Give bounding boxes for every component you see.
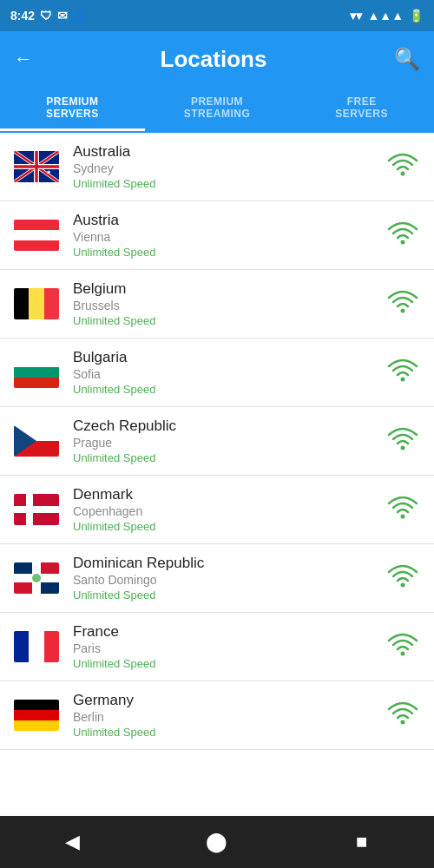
speed-label: Unlimited Speed [73,657,385,670]
city-name: Paris [73,641,385,655]
location-info-bulgaria: Bulgaria Sofia Unlimited Speed [73,349,385,396]
location-info-australia: Australia Sydney Unlimited Speed [73,143,385,190]
svg-point-42 [401,652,405,656]
svg-rect-17 [44,288,59,319]
signal-strength-icon [385,632,420,661]
svg-point-10 [401,172,405,176]
page-title: Locations [161,46,267,73]
svg-rect-44 [14,710,59,720]
svg-rect-43 [14,700,59,710]
list-item[interactable]: Germany Berlin Unlimited Speed [0,681,434,750]
location-info-austria: Austria Vienna Unlimited Speed [73,212,385,259]
svg-point-18 [401,309,405,313]
list-item[interactable]: Denmark Copenhagen Unlimited Speed [0,476,434,544]
country-name: Bulgaria [73,349,385,366]
tab-premium-servers[interactable]: PREMIUMSERVERS [0,87,145,131]
svg-point-38 [401,583,405,588]
speed-label: Unlimited Speed [73,726,385,739]
svg-rect-19 [14,357,59,367]
flag-czech-republic [14,425,59,457]
tab-free-servers[interactable]: FREESERVERS [289,87,434,131]
city-name: Sydney [73,161,385,175]
svg-rect-39 [14,631,29,662]
location-info-belgium: Belgium Brussels Unlimited Speed [73,280,385,327]
city-name: Vienna [73,230,385,244]
bottom-navigation: ◀ ⬤ ■ [0,816,434,868]
svg-point-26 [401,446,405,450]
city-name: Santo Domingo [73,573,385,587]
speed-label: Unlimited Speed [73,589,385,602]
flag-australia [14,151,59,182]
home-nav-button[interactable]: ⬤ [191,816,243,868]
country-name: Belgium [73,280,385,298]
svg-rect-21 [14,378,59,388]
speed-label: Unlimited Speed [73,383,385,396]
signal-strength-icon [385,563,420,593]
svg-rect-12 [14,230,59,240]
location-info-germany: Germany Berlin Unlimited Speed [73,692,385,739]
status-bar: 8:42 🛡 ✉ 👤 ▾▾ ▲▲▲ 🔋 [0,0,434,31]
signal-icon: ▲▲▲ [367,9,404,23]
svg-rect-41 [44,631,59,662]
signal-strength-icon [385,358,420,387]
flag-bulgaria [14,357,59,388]
list-item[interactable]: Czech Republic Prague Unlimited Speed [0,407,434,476]
back-button[interactable]: ← [14,48,33,70]
svg-point-14 [401,240,405,245]
list-item[interactable]: France Paris Unlimited Speed [0,613,434,681]
city-name: Sofia [73,367,385,381]
country-name: Dominican Republic [73,555,385,572]
tab-bar: PREMIUMSERVERS PREMIUMSTREAMING FREESERV… [0,87,434,133]
country-name: Czech Republic [73,418,385,435]
signal-strength-icon [385,152,420,181]
back-nav-button[interactable]: ◀ [46,816,98,868]
svg-rect-16 [29,288,44,319]
list-item[interactable]: Bulgaria Sofia Unlimited Speed [0,339,434,407]
city-name: Brussels [73,299,385,312]
country-name: Austria [73,212,385,229]
speed-label: Unlimited Speed [73,520,385,533]
country-name: Australia [73,143,385,161]
battery-icon: 🔋 [409,9,424,23]
signal-strength-icon [385,495,420,524]
recents-nav-button[interactable]: ■ [336,816,388,868]
location-list: Australia Sydney Unlimited Speed Austria [0,133,434,816]
list-item[interactable]: Belgium Brussels Unlimited Speed [0,270,434,339]
flag-dominican-republic [14,562,59,594]
speed-label: Unlimited Speed [73,451,385,464]
list-item[interactable]: Australia Sydney Unlimited Speed [0,133,434,201]
list-item[interactable]: Austria Vienna Unlimited Speed [0,201,434,270]
speed-label: Unlimited Speed [73,246,385,259]
svg-rect-29 [14,506,59,513]
location-info-czech-republic: Czech Republic Prague Unlimited Speed [73,418,385,464]
location-info-france: France Paris Unlimited Speed [73,623,385,670]
svg-point-37 [32,574,41,582]
svg-rect-15 [14,288,29,319]
location-info-dominican-republic: Dominican Republic Santo Domingo Unlimit… [73,555,385,602]
header: ← Locations 🔍 [0,31,434,87]
flag-denmark [14,494,59,525]
city-name: Berlin [73,710,385,724]
flag-belgium [14,288,59,319]
mail-icon: ✉ [57,9,68,23]
svg-rect-45 [14,720,59,731]
list-item[interactable]: Dominican Republic Santo Domingo Unlimit… [0,544,434,613]
svg-point-46 [401,720,405,725]
svg-rect-13 [14,240,59,251]
flag-france [14,631,59,662]
status-bar-left: 8:42 🛡 ✉ 👤 [10,9,88,23]
flag-germany [14,700,59,731]
shield-icon: 🛡 [40,9,52,23]
city-name: Copenhagen [73,504,385,518]
country-name: Germany [73,692,385,709]
tab-premium-streaming[interactable]: PREMIUMSTREAMING [145,87,290,131]
search-button[interactable]: 🔍 [394,47,420,71]
user-icon: 👤 [73,9,88,23]
speed-label: Unlimited Speed [73,314,385,327]
signal-strength-icon [385,289,420,319]
signal-strength-icon [385,220,420,250]
location-info-denmark: Denmark Copenhagen Unlimited Speed [73,486,385,533]
svg-rect-40 [29,631,44,662]
signal-strength-icon [385,700,420,730]
country-name: Denmark [73,486,385,503]
